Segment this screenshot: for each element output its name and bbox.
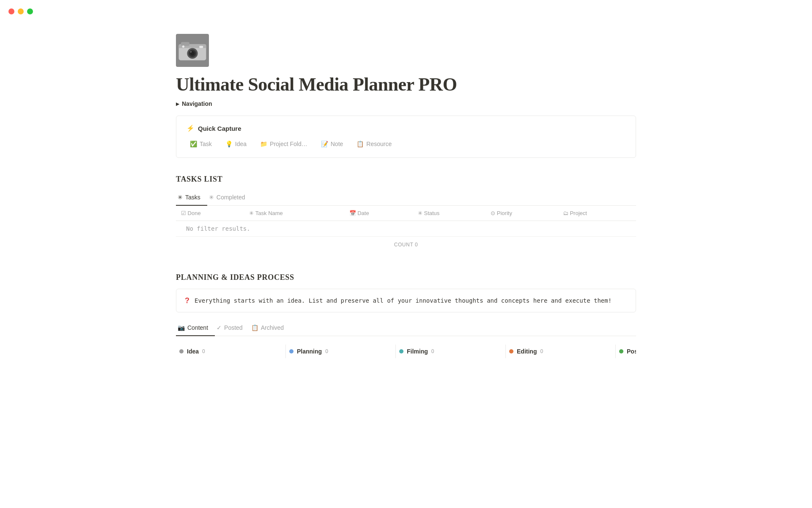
resource-icon: 📋 bbox=[357, 141, 364, 147]
page-icon bbox=[176, 34, 209, 67]
quick-capture-label: Quick Capture bbox=[198, 125, 241, 132]
kanban-col-editing-header: Editing 0 bbox=[509, 345, 612, 358]
svg-point-8 bbox=[182, 45, 184, 47]
filming-col-count: 0 bbox=[431, 348, 434, 354]
kanban-col-planning: Planning 0 bbox=[286, 345, 396, 358]
kanban-col-idea: Idea 0 bbox=[176, 345, 286, 358]
content-tab-icon: 📷 bbox=[178, 324, 185, 331]
planning-section-header: PLANNING & IDEAS PROCESS bbox=[176, 273, 636, 282]
maximize-button[interactable] bbox=[27, 8, 33, 14]
note-icon: 📝 bbox=[321, 141, 328, 147]
kanban-row: Idea 0 Planning 0 Filming 0 bbox=[176, 345, 636, 358]
content-tab-label: Content bbox=[187, 324, 208, 331]
posted-dot bbox=[619, 349, 623, 353]
tab-posted[interactable]: ✓ Posted bbox=[215, 321, 250, 336]
priority-col-icon: ⊙ bbox=[491, 210, 495, 216]
tab-completed[interactable]: ✳ Completed bbox=[207, 190, 252, 206]
svg-rect-7 bbox=[199, 46, 203, 48]
idea-dot bbox=[179, 349, 184, 353]
task-name-col-icon: ✳ bbox=[249, 210, 254, 216]
qc-resource-button[interactable]: 📋 Resource bbox=[353, 139, 395, 149]
archived-tab-label: Archived bbox=[261, 324, 284, 331]
callout-text: Everything starts with an idea. List and… bbox=[195, 296, 612, 305]
svg-rect-2 bbox=[181, 42, 189, 46]
tasks-tab-label: Tasks bbox=[185, 194, 200, 201]
kanban-col-idea-header: Idea 0 bbox=[179, 345, 282, 358]
kanban-col-posted-header: Posted 0 bbox=[619, 345, 636, 358]
planning-dot bbox=[289, 349, 294, 353]
col-task-name[interactable]: ✳ Task Name bbox=[244, 206, 344, 221]
note-label: Note bbox=[331, 141, 343, 147]
page-title: Ultimate Social Media Planner PRO bbox=[176, 74, 636, 95]
svg-point-6 bbox=[190, 51, 192, 53]
quick-capture-header: ⚡ Quick Capture bbox=[187, 124, 625, 132]
idea-label: Idea bbox=[235, 141, 247, 147]
kanban-col-filming: Filming 0 bbox=[396, 345, 506, 358]
tasks-tab-icon: ✳ bbox=[178, 194, 183, 201]
count-row: COUNT 0 bbox=[176, 237, 636, 253]
count-value: 0 bbox=[415, 242, 418, 248]
status-col-icon: ✳ bbox=[418, 210, 422, 216]
col-project[interactable]: 🗂 Project bbox=[558, 206, 636, 221]
filming-col-label: Filming bbox=[407, 348, 428, 355]
qc-note-button[interactable]: 📝 Note bbox=[318, 139, 347, 149]
traffic-lights bbox=[8, 8, 33, 14]
idea-icon: 💡 bbox=[225, 141, 233, 147]
task-label: Task bbox=[200, 141, 212, 147]
date-col-icon: 📅 bbox=[349, 210, 356, 216]
resource-label: Resource bbox=[366, 141, 392, 147]
tasks-section-header: TASKS LIST bbox=[176, 175, 636, 184]
kanban-col-posted: Posted 0 bbox=[616, 345, 636, 358]
quick-capture-box: ⚡ Quick Capture ✅ Task 💡 Idea 📁 Project … bbox=[176, 116, 636, 158]
nav-arrow-icon: ▶ bbox=[176, 102, 179, 106]
callout-icon: ? bbox=[185, 296, 189, 305]
planning-col-label: Planning bbox=[297, 348, 322, 355]
task-icon: ✅ bbox=[190, 141, 197, 147]
content-tabs: 📷 Content ✓ Posted 📋 Archived bbox=[176, 321, 636, 336]
no-results-row: No filter results. bbox=[176, 221, 636, 237]
col-priority[interactable]: ⊙ Piority bbox=[486, 206, 558, 221]
navigation-toggle[interactable]: ▶ Navigation bbox=[176, 100, 636, 107]
col-done[interactable]: ☑ Done bbox=[176, 206, 244, 221]
quick-capture-icon: ⚡ bbox=[187, 124, 195, 132]
minimize-button[interactable] bbox=[18, 8, 24, 14]
no-results-text: No filter results. bbox=[181, 220, 255, 237]
tab-content[interactable]: 📷 Content bbox=[176, 321, 215, 336]
tasks-section: TASKS LIST ✳ Tasks ✳ Completed ☑ Done ✳ bbox=[176, 175, 636, 253]
tasks-tabs: ✳ Tasks ✳ Completed bbox=[176, 190, 636, 206]
editing-col-label: Editing bbox=[517, 348, 537, 355]
kanban-col-editing: Editing 0 bbox=[506, 345, 616, 358]
editing-col-count: 0 bbox=[540, 348, 543, 354]
main-content: Ultimate Social Media Planner PRO ▶ Navi… bbox=[135, 0, 677, 409]
qc-project-button[interactable]: 📁 Project Fold… bbox=[257, 139, 311, 149]
col-status[interactable]: ✳ Status bbox=[413, 206, 486, 221]
nav-toggle-label: Navigation bbox=[182, 100, 212, 107]
qc-task-button[interactable]: ✅ Task bbox=[187, 139, 215, 149]
posted-tab-label: Posted bbox=[224, 324, 243, 331]
tab-tasks[interactable]: ✳ Tasks bbox=[176, 190, 207, 206]
col-date[interactable]: 📅 Date bbox=[344, 206, 413, 221]
idea-col-count: 0 bbox=[202, 348, 205, 354]
project-label: Project Fold… bbox=[270, 141, 307, 147]
qc-idea-button[interactable]: 💡 Idea bbox=[222, 139, 250, 149]
planning-callout: ? Everything starts with an idea. List a… bbox=[176, 289, 636, 312]
project-col-icon: 🗂 bbox=[563, 210, 568, 216]
completed-tab-icon: ✳ bbox=[209, 194, 214, 201]
posted-tab-icon: ✓ bbox=[217, 324, 222, 331]
kanban-col-filming-header: Filming 0 bbox=[399, 345, 502, 358]
close-button[interactable] bbox=[8, 8, 14, 14]
quick-capture-buttons: ✅ Task 💡 Idea 📁 Project Fold… 📝 Note 📋 R… bbox=[187, 139, 625, 149]
tab-archived[interactable]: 📋 Archived bbox=[250, 321, 291, 336]
editing-dot bbox=[509, 349, 513, 353]
archived-tab-icon: 📋 bbox=[251, 324, 258, 331]
done-col-icon: ☑ bbox=[181, 210, 186, 216]
filming-dot bbox=[399, 349, 403, 353]
tasks-table: ☑ Done ✳ Task Name 📅 Date ✳ Status ⊙ Pio… bbox=[176, 206, 636, 237]
project-icon: 📁 bbox=[260, 141, 267, 147]
kanban-col-planning-header: Planning 0 bbox=[289, 345, 392, 358]
posted-col-label: Posted bbox=[627, 348, 636, 355]
idea-col-label: Idea bbox=[187, 348, 199, 355]
completed-tab-label: Completed bbox=[217, 194, 245, 201]
planning-section: PLANNING & IDEAS PROCESS ? Everything st… bbox=[176, 273, 636, 358]
planning-col-count: 0 bbox=[325, 348, 328, 354]
